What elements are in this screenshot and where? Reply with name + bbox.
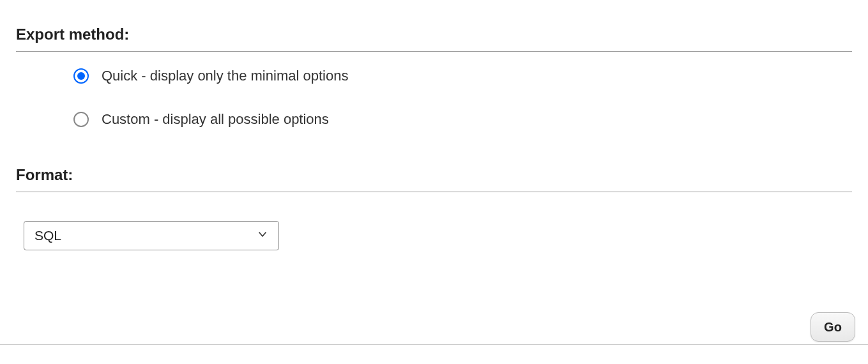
format-section: Format: SQL [16,166,852,250]
export-method-heading: Export method: [16,26,852,52]
format-select[interactable]: SQL [24,221,279,250]
radio-custom-input[interactable] [73,112,89,127]
export-method-radio-group: Quick - display only the minimal options… [16,68,852,128]
radio-option-quick[interactable]: Quick - display only the minimal options [73,68,852,84]
radio-custom-label: Custom - display all possible options [102,111,329,128]
export-method-section: Export method: Quick - display only the … [16,26,852,128]
radio-quick-label: Quick - display only the minimal options [102,68,348,84]
format-select-wrapper: SQL [24,221,279,250]
radio-quick-input[interactable] [73,68,89,84]
radio-option-custom[interactable]: Custom - display all possible options [73,111,852,128]
format-heading: Format: [16,166,852,192]
go-button[interactable]: Go [811,312,855,342]
footer-divider [0,344,868,345]
